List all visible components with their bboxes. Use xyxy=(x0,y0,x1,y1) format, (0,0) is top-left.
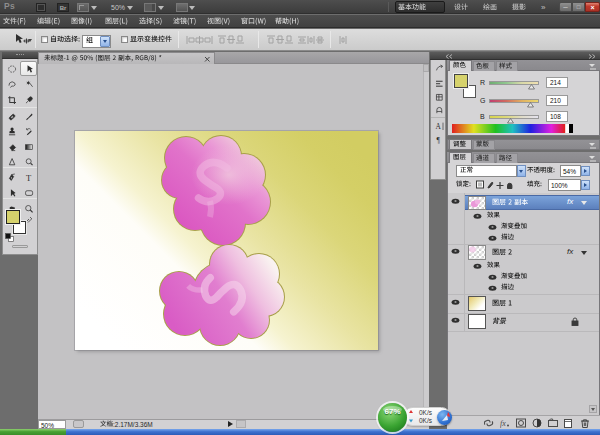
svg-text:A: A xyxy=(436,122,442,131)
svg-text:fx: fx xyxy=(500,419,506,428)
svg-text:¶: ¶ xyxy=(436,136,440,145)
svg-text:T: T xyxy=(26,173,32,183)
